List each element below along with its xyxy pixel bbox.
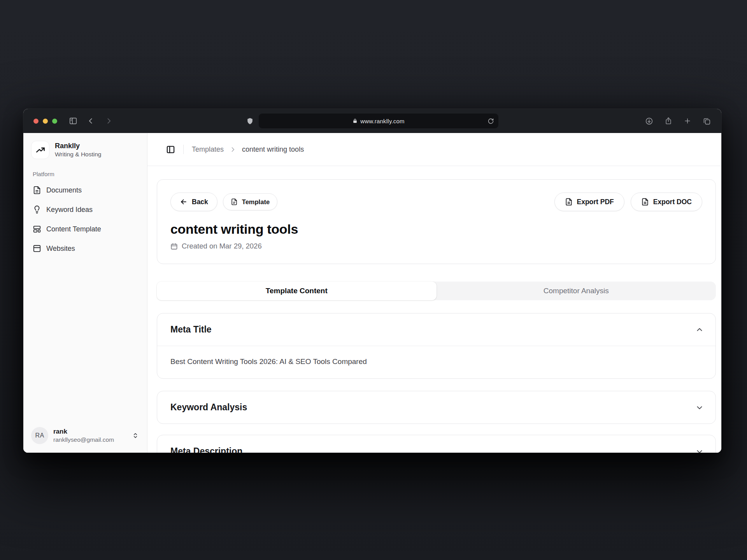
browser-forward-icon[interactable] xyxy=(105,117,112,125)
page-title: content writing tools xyxy=(170,222,702,237)
created-date: Created on Mar 29, 2026 xyxy=(182,242,262,250)
app-logo-mark xyxy=(31,141,49,159)
close-button[interactable] xyxy=(33,119,39,124)
minimize-button[interactable] xyxy=(43,119,48,124)
export-doc-button[interactable]: Export DOC xyxy=(631,192,702,211)
chevron-up-icon xyxy=(695,326,704,334)
lock-icon xyxy=(352,118,358,124)
url-text: www.ranklly.com xyxy=(360,118,405,124)
app-logo[interactable]: Ranklly Writing & Hosting xyxy=(29,139,142,161)
template-badge-label: Template xyxy=(242,198,270,206)
file-text-icon xyxy=(33,186,41,194)
sidebar: Ranklly Writing & Hosting Platform Docum… xyxy=(23,133,147,453)
sidebar-item-label: Websites xyxy=(46,245,75,253)
back-button[interactable]: Back xyxy=(170,192,217,211)
zoom-button[interactable] xyxy=(52,119,57,124)
section-keyword-analysis-header[interactable]: Keyword Analysis xyxy=(157,391,715,424)
panel-top-icon xyxy=(33,244,41,253)
section-keyword-analysis: Keyword Analysis xyxy=(157,391,716,424)
url-bar[interactable]: www.ranklly.com xyxy=(259,114,498,128)
privacy-shield-icon[interactable] xyxy=(246,117,254,125)
chevron-down-icon xyxy=(695,403,704,412)
new-tab-icon[interactable] xyxy=(684,117,691,125)
sidebar-item-content-template[interactable]: Content Template xyxy=(29,219,142,239)
file-text-icon xyxy=(231,198,238,205)
file-text-icon xyxy=(565,198,573,206)
sidebar-item-websites[interactable]: Websites xyxy=(29,239,142,258)
sidebar-item-label: Content Template xyxy=(46,225,101,233)
sidebar-item-label: Documents xyxy=(46,186,82,194)
tab-bar: Template Content Competitor Analysis xyxy=(157,282,716,300)
tab-overview-icon[interactable] xyxy=(703,117,711,125)
breadcrumb: Templates content writing tools xyxy=(147,133,721,166)
section-meta-description: Meta Description xyxy=(157,435,716,453)
section-title: Meta Title xyxy=(170,324,212,335)
divider xyxy=(183,145,184,154)
file-text-icon xyxy=(641,198,649,206)
sidebar-item-documents[interactable]: Documents xyxy=(29,180,142,200)
template-badge: Template xyxy=(223,193,277,210)
browser-back-icon[interactable] xyxy=(87,117,95,125)
section-meta-title: Meta Title Best Content Writing Tools 20… xyxy=(157,313,716,379)
app-name: Ranklly xyxy=(55,142,101,150)
downloads-icon[interactable] xyxy=(645,117,653,125)
chevron-right-icon xyxy=(230,146,236,153)
tab-template-content[interactable]: Template Content xyxy=(157,282,437,300)
sidebar-item-keyword-ideas[interactable]: Keyword Ideas xyxy=(29,200,142,219)
tab-competitor-analysis[interactable]: Competitor Analysis xyxy=(437,282,716,300)
user-email: rankllyseo@gmail.com xyxy=(53,436,126,444)
lightbulb-icon xyxy=(33,205,41,214)
back-button-label: Back xyxy=(192,198,208,206)
panel-left-icon[interactable] xyxy=(166,145,175,154)
export-pdf-button[interactable]: Export PDF xyxy=(554,192,624,211)
section-title: Meta Description xyxy=(170,446,242,453)
section-meta-title-content: Best Content Writing Tools 2026: AI & SE… xyxy=(157,346,715,378)
breadcrumb-templates[interactable]: Templates xyxy=(192,145,224,154)
user-menu[interactable]: RA rank rankllyseo@gmail.com xyxy=(29,424,142,447)
app-subtitle: Writing & Hosting xyxy=(55,150,101,158)
layout-template-icon xyxy=(33,225,41,233)
reload-icon[interactable] xyxy=(487,118,494,124)
breadcrumb-current: content writing tools xyxy=(242,145,304,154)
sidebar-section-label: Platform xyxy=(29,171,142,177)
calendar-icon xyxy=(170,243,178,250)
browser-sidebar-toggle-icon[interactable] xyxy=(69,117,77,125)
export-pdf-label: Export PDF xyxy=(577,198,614,206)
export-doc-label: Export DOC xyxy=(653,198,692,206)
browser-window: www.ranklly.com xyxy=(23,109,721,453)
sidebar-item-label: Keyword Ideas xyxy=(46,206,93,214)
template-header-card: Back Template xyxy=(157,179,716,264)
avatar: RA xyxy=(31,427,48,444)
browser-titlebar: www.ranklly.com xyxy=(23,109,721,133)
chevron-down-icon xyxy=(695,447,704,453)
section-meta-title-header[interactable]: Meta Title xyxy=(157,313,715,346)
section-title: Keyword Analysis xyxy=(170,402,247,413)
user-name: rank xyxy=(53,427,126,436)
trending-up-icon xyxy=(35,145,46,155)
traffic-lights xyxy=(33,119,57,124)
section-meta-description-header[interactable]: Meta Description xyxy=(157,435,715,453)
arrow-left-icon xyxy=(180,198,188,206)
chevrons-up-down-icon xyxy=(132,432,139,439)
share-icon[interactable] xyxy=(665,117,672,125)
